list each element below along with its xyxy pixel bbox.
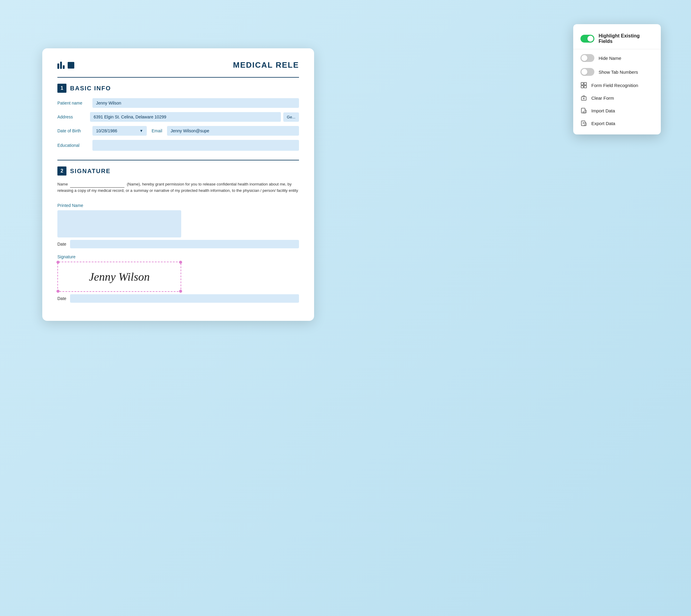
sig-corner-tl <box>57 261 60 264</box>
patient-name-input[interactable]: Jenny Wilson <box>92 98 299 108</box>
show-tab-knob <box>581 69 587 75</box>
sig-corner-br <box>179 290 182 293</box>
menu-item-import-data[interactable]: Import Data <box>573 104 661 117</box>
show-tab-numbers-label: Show Tab Numbers <box>599 69 638 74</box>
export-data-label: Export Data <box>591 121 615 126</box>
section-2-divider <box>58 160 299 160</box>
form-title: MEDICAL RELE <box>233 61 299 70</box>
section-2-label: SIGNATURE <box>70 168 111 175</box>
patient-name-label: Patient name <box>58 101 88 106</box>
hide-name-toggle[interactable] <box>580 54 594 62</box>
date-label-2: Date <box>58 296 66 301</box>
educational-row: Educational <box>58 140 299 151</box>
printed-name-input[interactable] <box>58 210 181 238</box>
dropdown-menu: Highlight Existing Fields Hide Name Show… <box>573 24 661 134</box>
date-input-2[interactable] <box>70 294 299 303</box>
date-row-1: Date <box>58 240 299 248</box>
form-field-recognition-label: Form Field Recognition <box>591 83 638 88</box>
menu-item-show-tab-numbers[interactable]: Show Tab Numbers <box>573 65 661 79</box>
section-1-header: 1 BASIC INFO <box>58 84 299 93</box>
email-label: Email <box>152 128 162 133</box>
menu-item-hide-name[interactable]: Hide Name <box>573 51 661 65</box>
signature-section: Signature Jenny Wilson Date <box>58 255 299 303</box>
printed-name-section: Printed Name Date <box>58 203 299 248</box>
dob-value: 10/28/1986 <box>96 128 117 133</box>
import-data-icon <box>580 107 587 114</box>
date-input-1[interactable] <box>70 240 299 248</box>
export-data-icon <box>580 120 587 127</box>
signature-text: Name (Name), hereby grant permission for… <box>58 181 299 194</box>
section-2-header: 2 SIGNATURE <box>58 167 299 176</box>
form-field-recognition-icon <box>580 82 587 89</box>
address-input[interactable]: 6391 Elgin St. Celina, Delaware 10299 <box>90 112 281 122</box>
dob-dropdown-arrow: ▼ <box>139 129 143 133</box>
svg-rect-3 <box>584 86 586 88</box>
patient-name-row: Patient name Jenny Wilson <box>58 98 299 108</box>
logo-bar-1 <box>58 63 59 69</box>
address-label: Address <box>58 114 88 119</box>
sig-label: Signature <box>58 255 299 259</box>
signature-box[interactable]: Jenny Wilson <box>58 262 181 292</box>
sig-underline[interactable] <box>70 181 125 188</box>
menu-item-export-data[interactable]: Export Data <box>573 117 661 130</box>
form-logo <box>58 62 74 69</box>
highlight-fields-label: Highlight Existing Fields <box>599 33 653 44</box>
logo-bars-icon <box>58 62 65 69</box>
logo-bar-2 <box>60 62 62 69</box>
form-card: MEDICAL RELE 1 BASIC INFO Patient name J… <box>42 48 314 321</box>
show-tab-numbers-toggle[interactable] <box>580 68 594 76</box>
logo-bar-3 <box>63 65 65 69</box>
dob-label: Date of Birth <box>58 128 88 133</box>
date-email-row: Date of Birth 10/28/1986 ▼ Email Jenny W… <box>58 126 299 136</box>
educational-label: Educational <box>58 143 88 148</box>
dob-input[interactable]: 10/28/1986 ▼ <box>92 126 147 136</box>
sig-name-label: Name <box>58 182 68 186</box>
logo-square <box>68 62 74 69</box>
sig-corner-bl <box>57 290 60 293</box>
date-label-1: Date <box>58 242 66 246</box>
signature-value: Jenny Wilson <box>89 270 150 283</box>
email-input[interactable]: Jenny Wilson@supe <box>167 126 299 136</box>
toggle-knob-on <box>587 36 594 42</box>
educational-input[interactable] <box>92 140 299 151</box>
form-header: MEDICAL RELE <box>58 61 299 70</box>
menu-item-form-field-recognition[interactable]: Form Field Recognition <box>573 79 661 91</box>
hide-name-label: Hide Name <box>599 56 621 61</box>
clear-form-icon <box>580 94 587 101</box>
printed-name-label: Printed Name <box>58 203 299 208</box>
geo-button[interactable]: Ge... <box>283 112 299 122</box>
clear-form-label: Clear Form <box>591 95 614 101</box>
highlight-fields-toggle-row[interactable]: Highlight Existing Fields <box>573 30 661 49</box>
svg-rect-2 <box>581 86 583 88</box>
section-2-number: 2 <box>58 167 66 176</box>
address-row: Address 6391 Elgin St. Celina, Delaware … <box>58 112 299 122</box>
svg-rect-0 <box>581 83 583 85</box>
import-data-label: Import Data <box>591 108 615 113</box>
svg-rect-1 <box>584 83 586 85</box>
sig-corner-tr <box>179 261 182 264</box>
section-1-number: 1 <box>58 84 66 93</box>
hide-name-knob <box>581 55 587 61</box>
date-row-2: Date <box>58 294 299 303</box>
highlight-fields-toggle[interactable] <box>580 35 594 43</box>
menu-item-clear-form[interactable]: Clear Form <box>573 91 661 104</box>
section-1-label: BASIC INFO <box>70 85 111 92</box>
section-1-divider <box>58 77 299 78</box>
